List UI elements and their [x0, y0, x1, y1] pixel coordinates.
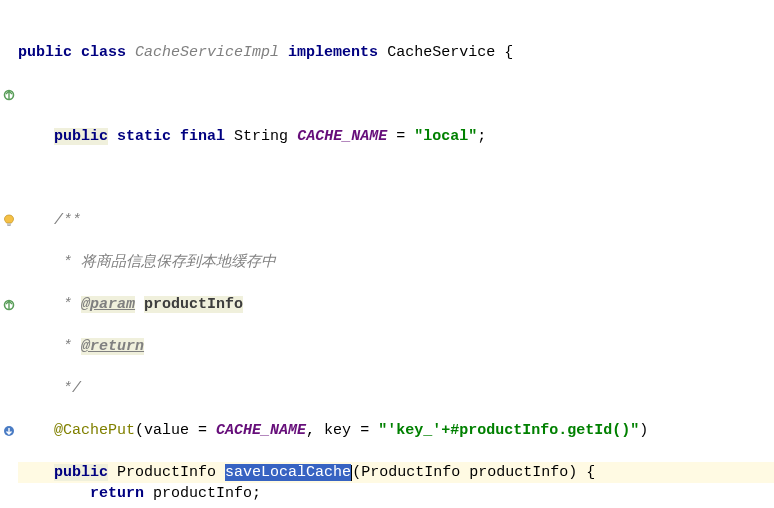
code-line[interactable]: /** [18, 210, 774, 231]
keyword: class [81, 44, 126, 61]
keyword: final [180, 128, 225, 145]
constant: CACHE_NAME [297, 128, 387, 145]
doc-tag: @return [81, 338, 144, 355]
comment: * [54, 296, 81, 313]
code-line[interactable]: @CachePut(value = CACHE_NAME, key = "'ke… [18, 420, 774, 441]
svg-rect-1 [7, 223, 11, 224]
gutter-implements-icon[interactable] [0, 84, 18, 105]
code-line[interactable]: return productInfo; [18, 483, 774, 504]
param-type: ProductInfo [361, 464, 460, 481]
method-name-selected: saveLocalCache [225, 464, 351, 481]
code-line[interactable]: public class CacheServiceImpl implements… [18, 42, 774, 63]
comment: * [54, 254, 81, 271]
gutter-bulb-icon[interactable] [0, 210, 18, 231]
doc-param: productInfo [144, 296, 243, 313]
code-line[interactable]: */ [18, 378, 774, 399]
type: String [234, 128, 288, 145]
code-line[interactable] [18, 168, 774, 189]
interface-name: CacheService [387, 44, 495, 61]
code-line[interactable]: * @param productInfo [18, 294, 774, 315]
keyword: public [54, 128, 108, 145]
code-line[interactable]: * 将商品信息保存到本地缓存中 [18, 252, 774, 273]
svg-rect-2 [7, 225, 10, 226]
return-type: ProductInfo [117, 464, 216, 481]
gutter-implements-icon[interactable] [0, 294, 18, 315]
code-area[interactable]: public class CacheServiceImpl implements… [18, 0, 774, 508]
code-line[interactable]: * @return [18, 336, 774, 357]
string: "local" [414, 128, 477, 145]
keyword: implements [288, 44, 378, 61]
annotation: @CachePut [54, 422, 135, 439]
string: "'key_'+#productInfo.getId()" [378, 422, 639, 439]
code-line[interactable]: public static final String CACHE_NAME = … [18, 126, 774, 147]
gutter-override-icon[interactable] [0, 420, 18, 441]
keyword: public [18, 44, 72, 61]
class-name: CacheServiceImpl [135, 44, 279, 61]
comment-text: 将商品信息保存到本地缓存中 [81, 254, 276, 271]
code-line[interactable] [18, 84, 774, 105]
comment: * [54, 338, 81, 355]
brace: { [495, 44, 513, 61]
doc-tag: @param [81, 296, 135, 313]
comment: */ [54, 380, 81, 397]
keyword: public [54, 464, 108, 481]
keyword: return [90, 485, 144, 502]
comment: /** [54, 212, 81, 229]
param-name: productInfo [469, 464, 568, 481]
constant-ref: CACHE_NAME [216, 422, 306, 439]
keyword: static [117, 128, 171, 145]
code-line-highlighted[interactable]: public ProductInfo saveLocalCache(Produc… [18, 462, 774, 483]
code-editor[interactable]: public class CacheServiceImpl implements… [0, 0, 774, 508]
